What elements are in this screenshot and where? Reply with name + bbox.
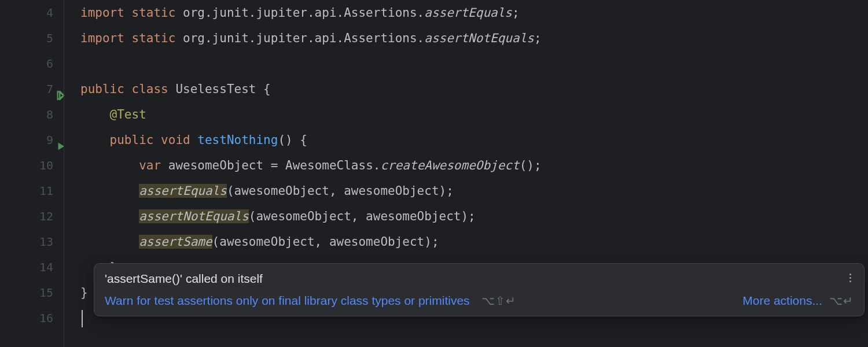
line-number: 5 bbox=[0, 25, 53, 51]
line-number: 12 bbox=[0, 204, 53, 229]
line-number: 15 bbox=[0, 280, 53, 305]
punct: ; bbox=[534, 31, 542, 45]
punct: (awesomeObject, awesomeObject); bbox=[212, 235, 439, 249]
code-line[interactable]: assertSame(awesomeObject, awesomeObject)… bbox=[80, 229, 868, 254]
punct: (awesomeObject, awesomeObject); bbox=[227, 184, 454, 198]
variable: awesomeObject bbox=[168, 158, 263, 172]
punct: () { bbox=[278, 133, 307, 147]
line-number: 6 bbox=[0, 51, 53, 76]
shortcut-hint: ⌥⇧↵ bbox=[481, 294, 516, 308]
punct: (awesomeObject, awesomeObject); bbox=[249, 209, 476, 223]
code-line[interactable]: var awesomeObject = AwesomeClass.createA… bbox=[80, 153, 868, 178]
line-number-text: 7 bbox=[46, 82, 53, 96]
punct: } bbox=[80, 286, 88, 300]
line-number: 8 bbox=[0, 102, 53, 127]
code-line[interactable]: import static org.junit.jupiter.api.Asse… bbox=[80, 0, 868, 25]
caret bbox=[82, 310, 83, 327]
punct: { bbox=[256, 82, 270, 96]
keyword: void bbox=[161, 133, 190, 147]
keyword: import bbox=[80, 31, 124, 45]
line-number: 4 bbox=[0, 0, 53, 25]
package-path: org.junit.jupiter.api.Assertions. bbox=[183, 6, 424, 20]
line-number: 7 bbox=[0, 76, 53, 102]
inspection-warning[interactable]: assertEquals bbox=[139, 184, 227, 198]
code-line[interactable]: assertEquals(awesomeObject, awesomeObjec… bbox=[80, 178, 868, 204]
punct: (); bbox=[520, 158, 542, 172]
inspection-warning[interactable]: assertSame bbox=[139, 235, 212, 249]
keyword: import bbox=[80, 6, 124, 20]
line-number: 10 bbox=[0, 153, 53, 178]
class-ref: AwesomeClass. bbox=[285, 158, 380, 172]
kebab-menu-icon[interactable] bbox=[844, 271, 856, 285]
shortcut-hint: ⌥↵ bbox=[829, 294, 854, 308]
line-number: 14 bbox=[0, 254, 53, 280]
keyword: public bbox=[80, 82, 124, 96]
punct: = bbox=[263, 158, 285, 172]
code-line[interactable]: public void testNothing() { bbox=[80, 127, 868, 153]
line-number: 11 bbox=[0, 178, 53, 204]
more-actions-link[interactable]: More actions... bbox=[742, 294, 822, 308]
line-number: 13 bbox=[0, 229, 53, 254]
tooltip-title: 'assertSame()' called on itself bbox=[105, 272, 854, 286]
inspection-warning[interactable]: assertNotEquals bbox=[139, 209, 249, 223]
line-number: 9 bbox=[0, 127, 53, 153]
annotation: @Test bbox=[110, 108, 146, 121]
keyword: class bbox=[132, 82, 168, 96]
keyword: static bbox=[132, 6, 176, 20]
code-line[interactable]: @Test bbox=[80, 102, 868, 127]
code-line[interactable]: import static org.junit.jupiter.api.Asse… bbox=[80, 25, 868, 51]
method-name: testNothing bbox=[197, 133, 278, 147]
keyword: public bbox=[110, 133, 154, 147]
inspection-tooltip[interactable]: 'assertSame()' called on itself Warn for… bbox=[94, 263, 865, 316]
punct: ; bbox=[512, 6, 520, 20]
class-name: UselessTest bbox=[175, 82, 256, 96]
code-line[interactable] bbox=[80, 51, 868, 76]
static-member: assertEquals bbox=[424, 6, 512, 20]
quick-fix-link[interactable]: Warn for test assertions only on final l… bbox=[105, 294, 470, 308]
keyword: var bbox=[139, 158, 161, 172]
line-number: 16 bbox=[0, 305, 53, 331]
static-member: assertNotEquals bbox=[424, 31, 534, 45]
method-call: createAwesomeObject bbox=[380, 158, 519, 172]
code-line[interactable]: assertNotEquals(awesomeObject, awesomeOb… bbox=[80, 204, 868, 229]
code-line[interactable]: public class UselessTest { bbox=[80, 76, 868, 102]
keyword: static bbox=[132, 31, 176, 45]
gutter: 4 5 6 7 8 9 10 11 12 13 14 15 16 bbox=[0, 0, 64, 347]
line-number-text: 9 bbox=[46, 133, 53, 147]
package-path: org.junit.jupiter.api.Assertions. bbox=[183, 31, 424, 45]
